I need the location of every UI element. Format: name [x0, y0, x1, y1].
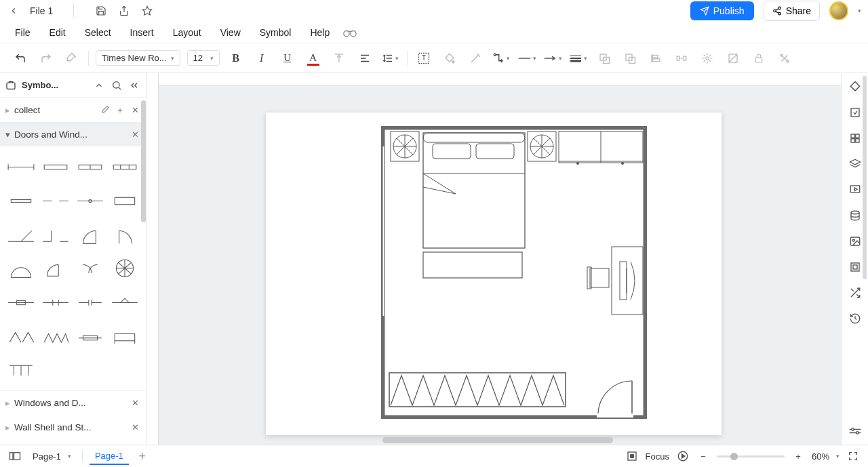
publish-button[interactable]: Publish: [690, 1, 754, 20]
vertical-ruler[interactable]: [146, 73, 159, 445]
edit-icon[interactable]: [100, 104, 111, 115]
menu-insert[interactable]: Insert: [121, 23, 163, 42]
star-icon[interactable]: [140, 4, 154, 18]
page[interactable]: [266, 113, 722, 435]
chevron-up-icon[interactable]: [93, 79, 105, 92]
symbol-door[interactable]: [75, 221, 106, 248]
avatar-caret-icon[interactable]: ▾: [858, 7, 861, 14]
chevron-down-icon[interactable]: ▾: [836, 453, 840, 460]
avatar[interactable]: [829, 1, 848, 20]
presentation-icon[interactable]: [847, 182, 863, 198]
panel-icon[interactable]: [847, 104, 863, 121]
menu-symbol[interactable]: Symbol: [250, 23, 301, 42]
focus-mode-icon[interactable]: [625, 449, 639, 463]
focus-label[interactable]: Focus: [646, 451, 669, 462]
connector-button[interactable]: ▾: [492, 49, 511, 68]
font-family-select[interactable]: Times New Ro... ▾: [96, 50, 180, 66]
distribute-button[interactable]: [672, 49, 691, 68]
image-icon[interactable]: [847, 233, 863, 249]
horizontal-align-button[interactable]: [355, 49, 374, 68]
collapse-icon[interactable]: [128, 79, 140, 92]
search-icon[interactable]: [111, 79, 123, 92]
symbol-door[interactable]: [40, 255, 71, 282]
menu-view[interactable]: View: [211, 23, 250, 42]
tools-button[interactable]: [775, 49, 794, 68]
zoom-value[interactable]: 60%: [812, 451, 829, 462]
symbol-door[interactable]: [5, 153, 36, 180]
line-style-button[interactable]: ▾: [517, 49, 536, 68]
symbol-door[interactable]: [110, 187, 140, 214]
play-icon[interactable]: [676, 449, 690, 463]
menu-layout[interactable]: Layout: [163, 23, 211, 42]
add-page-button[interactable]: +: [136, 449, 149, 463]
symbol-door[interactable]: [75, 323, 106, 350]
zoom-slider[interactable]: [717, 455, 785, 458]
bold-button[interactable]: B: [226, 49, 245, 68]
line-color-button[interactable]: [466, 49, 485, 68]
send-back-button[interactable]: [620, 49, 639, 68]
font-color-button[interactable]: A: [304, 49, 323, 68]
horizontal-ruler[interactable]: [159, 73, 841, 85]
line-weight-button[interactable]: ▾: [569, 49, 588, 68]
database-icon[interactable]: [847, 207, 863, 224]
align-button[interactable]: [646, 49, 665, 68]
page-tab[interactable]: Page-1: [90, 448, 129, 465]
symbol-door[interactable]: [75, 187, 106, 214]
layers-icon[interactable]: [847, 156, 863, 172]
lib-windows-d[interactable]: ▸ Windows and D... ✕: [0, 390, 146, 415]
font-size-select[interactable]: 12 ▾: [187, 50, 220, 66]
symbol-door[interactable]: [5, 221, 36, 248]
symbol-door[interactable]: [110, 153, 140, 180]
history-icon[interactable]: [847, 310, 863, 327]
plugin-icon[interactable]: [847, 259, 863, 275]
italic-button[interactable]: I: [252, 49, 271, 68]
export-icon[interactable]: [117, 4, 131, 18]
lib-collect[interactable]: ▸ collect + ✕: [0, 98, 146, 122]
pages-icon[interactable]: [8, 449, 22, 463]
symbol-door[interactable]: [5, 289, 36, 316]
bring-front-button[interactable]: [595, 49, 614, 68]
sidebar-scrollbar[interactable]: [141, 100, 146, 445]
close-icon[interactable]: ✕: [130, 398, 140, 409]
symbol-door[interactable]: [40, 289, 71, 316]
close-icon[interactable]: ✕: [130, 104, 140, 115]
plus-icon[interactable]: +: [115, 104, 125, 115]
symbol-door[interactable]: [40, 187, 71, 214]
redo-button[interactable]: [37, 49, 56, 68]
symbol-door[interactable]: [40, 153, 71, 180]
format-painter-button[interactable]: [62, 49, 81, 68]
symbol-door[interactable]: [75, 289, 106, 316]
floor-plan[interactable]: [381, 126, 647, 419]
symbol-door[interactable]: [110, 221, 140, 248]
symbol-door[interactable]: [40, 221, 71, 248]
symbol-door[interactable]: [5, 357, 36, 384]
menu-select[interactable]: Select: [75, 23, 121, 42]
rail-scrollbar[interactable]: [863, 76, 867, 279]
settings-toggle-icon[interactable]: [847, 423, 863, 439]
lib-wall-shell[interactable]: ▸ Wall Shell and St... ✕: [0, 415, 146, 439]
undo-button[interactable]: [11, 49, 30, 68]
theme-icon[interactable]: [847, 79, 863, 95]
menu-edit[interactable]: Edit: [40, 23, 75, 42]
symbol-door[interactable]: [40, 323, 71, 350]
symbol-door[interactable]: [5, 255, 36, 282]
lock-button[interactable]: [749, 49, 768, 68]
shuffle-icon[interactable]: [847, 285, 863, 301]
close-icon[interactable]: ✕: [130, 129, 140, 140]
share-button[interactable]: Share: [764, 1, 820, 21]
symbol-door[interactable]: [75, 153, 106, 180]
symbol-door[interactable]: [75, 255, 106, 282]
fill-button[interactable]: [440, 49, 459, 68]
save-icon[interactable]: [94, 4, 108, 18]
fullscreen-icon[interactable]: [846, 449, 860, 463]
canvas-area[interactable]: [146, 73, 841, 445]
close-icon[interactable]: ✕: [130, 422, 140, 432]
symbol-door[interactable]: [110, 323, 140, 350]
symbol-door[interactable]: [5, 187, 36, 214]
menu-help[interactable]: Help: [300, 23, 339, 42]
arrow-style-button[interactable]: ▾: [543, 49, 562, 68]
page-select[interactable]: Page-1 ▾: [28, 450, 75, 463]
symbol-door[interactable]: [110, 255, 140, 282]
text-tool-button[interactable]: T: [414, 49, 433, 68]
back-button[interactable]: [7, 4, 20, 18]
